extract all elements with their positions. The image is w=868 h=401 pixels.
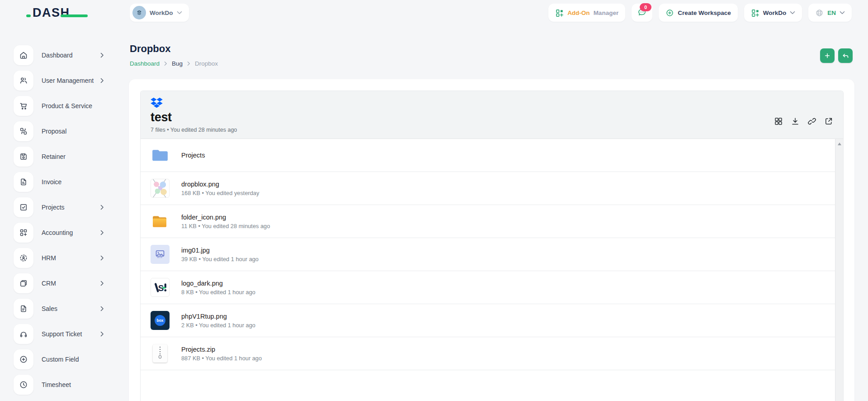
grid-arrows-icon bbox=[14, 121, 33, 141]
grid-view-icon[interactable] bbox=[774, 117, 783, 126]
file-name: logo_dark.png bbox=[181, 280, 255, 287]
sidebar-item-projects[interactable]: Projects bbox=[14, 197, 104, 217]
sidebar-item-label: Support Ticket bbox=[42, 330, 82, 338]
layers-icon bbox=[136, 9, 143, 16]
file-meta: 8 KB • You edited 1 hour ago bbox=[181, 289, 255, 296]
sidebar-item-label: Retainer bbox=[42, 153, 66, 160]
logo-accent-bar bbox=[61, 14, 88, 17]
chevron-down-icon bbox=[840, 11, 845, 14]
file-text: folder_icon.png 11 KB • You edited 28 mi… bbox=[181, 214, 270, 229]
file-text-icon bbox=[14, 172, 33, 192]
workspace-menu-button[interactable]: WorkDo bbox=[744, 4, 802, 22]
grid-plus-icon bbox=[555, 9, 564, 17]
save-icon bbox=[14, 147, 33, 167]
box-logo-thumbnail: box bbox=[151, 311, 170, 330]
scrollbar[interactable] bbox=[835, 139, 843, 401]
sidebar-item-label: Product & Service bbox=[42, 102, 92, 110]
sidebar-item-label: Invoice bbox=[42, 178, 61, 186]
person-target-icon bbox=[14, 248, 33, 268]
file-row-dropblox[interactable]: dropblox.png 168 KB • You edited yesterd… bbox=[141, 172, 835, 205]
shared-folder-meta: 7 files • You edited 28 minutes ago bbox=[151, 127, 832, 133]
return-arrow-icon bbox=[842, 52, 849, 60]
file-row-folder-icon-png[interactable]: folder_icon.png 11 KB • You edited 28 mi… bbox=[141, 205, 835, 238]
sidebar-item-label: Sales bbox=[42, 305, 57, 312]
sidebar-item-product-service[interactable]: Product & Service bbox=[14, 96, 104, 116]
addon-label-primary: Add-On bbox=[567, 10, 590, 16]
breadcrumb-separator-icon bbox=[164, 61, 167, 66]
workspace-selector-label: WorkDo bbox=[150, 10, 173, 16]
language-selector[interactable]: EN bbox=[808, 4, 852, 22]
yellow-folder-thumbnail bbox=[151, 212, 170, 231]
breadcrumb-dashboard-link[interactable]: Dashboard bbox=[130, 60, 160, 67]
addon-manager-button[interactable]: Add-On Manager bbox=[548, 4, 625, 22]
grid-plus-icon bbox=[14, 223, 33, 243]
check-square-icon bbox=[14, 197, 33, 217]
back-button[interactable] bbox=[838, 48, 853, 63]
copy-link-icon[interactable] bbox=[807, 117, 816, 126]
sidebar-item-proposal[interactable]: Proposal bbox=[14, 121, 104, 141]
headphones-icon bbox=[14, 324, 33, 344]
chevron-right-icon bbox=[100, 53, 104, 58]
chevron-right-icon bbox=[100, 306, 104, 311]
create-workspace-button[interactable]: Create Workspace bbox=[659, 4, 738, 22]
file-meta: 2 KB • You edited 1 hour ago bbox=[181, 322, 255, 329]
sidebar-item-retainer[interactable]: Retainer bbox=[14, 147, 104, 167]
file-name: dropblox.png bbox=[181, 181, 259, 188]
sidebar-item-dashboard[interactable]: Dashboard bbox=[14, 45, 104, 65]
shared-folder-title: test bbox=[151, 111, 832, 124]
scroll-up-arrow-icon[interactable] bbox=[838, 143, 841, 145]
sidebar-item-accounting[interactable]: Accounting bbox=[14, 223, 104, 243]
breadcrumb-current: Dropbox bbox=[195, 60, 218, 67]
dropbox-embed: test 7 files • You edited 28 minutes ago bbox=[140, 91, 844, 401]
open-in-dropbox-icon[interactable] bbox=[824, 117, 833, 126]
sidebar-item-custom-field[interactable]: Custom Field bbox=[14, 349, 104, 369]
breadcrumb-bug-link[interactable]: Bug bbox=[172, 60, 183, 67]
home-icon bbox=[14, 45, 33, 65]
workspace-selector[interactable]: WorkDo bbox=[130, 4, 189, 22]
create-workspace-label: Create Workspace bbox=[678, 10, 731, 16]
chevron-right-icon bbox=[100, 230, 104, 235]
messages-button[interactable]: 0 bbox=[632, 4, 652, 22]
sidebar-item-user-management[interactable]: User Management bbox=[14, 71, 104, 91]
sidebar-item-timesheet[interactable]: Timesheet bbox=[14, 375, 104, 395]
main-content-panel: test 7 files • You edited 28 minutes ago bbox=[129, 79, 854, 401]
cart-icon bbox=[14, 96, 33, 116]
cards-icon bbox=[14, 273, 33, 293]
file-name: Projects.zip bbox=[181, 346, 262, 353]
embed-toolbar bbox=[774, 117, 833, 126]
users-icon bbox=[14, 71, 33, 91]
file-text: logo_dark.png 8 KB • You edited 1 hour a… bbox=[181, 280, 255, 296]
page-title: Dropbox bbox=[130, 43, 218, 55]
chevron-down-icon bbox=[177, 11, 182, 14]
logo-text: DASH bbox=[33, 6, 70, 20]
file-row-logo-dark[interactable]: S logo_dark.png 8 KB • You edited 1 hour… bbox=[141, 271, 835, 304]
sidebar-item-sales[interactable]: Sales bbox=[14, 299, 104, 319]
sidebar-item-crm[interactable]: CRM bbox=[14, 273, 104, 293]
brand-logo[interactable]: DASH bbox=[33, 6, 70, 20]
file-row-projects-zip[interactable]: Projects.zip 887 KB • You edited 1 hour … bbox=[141, 337, 835, 370]
plus-circle-icon bbox=[14, 349, 33, 369]
sidebar-item-hrm[interactable]: HRM bbox=[14, 248, 104, 268]
page-actions bbox=[820, 48, 853, 63]
file-row-img01[interactable]: img01.jpg 39 KB • You edited 1 hour ago bbox=[141, 238, 835, 271]
file-name: phpV1Rtup.png bbox=[181, 313, 255, 320]
sidebar-item-invoice[interactable]: Invoice bbox=[14, 172, 104, 192]
sidebar-item-support-ticket[interactable]: Support Ticket bbox=[14, 324, 104, 344]
file-row-projects-folder[interactable]: Projects bbox=[141, 139, 835, 172]
download-icon[interactable] bbox=[791, 117, 800, 126]
file-name: folder_icon.png bbox=[181, 214, 270, 221]
breadcrumb: Dashboard Bug Dropbox bbox=[130, 60, 218, 67]
add-button[interactable] bbox=[820, 48, 835, 63]
file-meta: 39 KB • You edited 1 hour ago bbox=[181, 256, 259, 263]
sidebar-item-label: Custom Field bbox=[42, 356, 79, 363]
chevron-right-icon bbox=[100, 205, 104, 210]
logo-accent-dot bbox=[26, 14, 31, 17]
file-text: Projects.zip 887 KB • You edited 1 hour … bbox=[181, 346, 262, 362]
chevron-right-icon bbox=[100, 78, 104, 83]
sidebar-item-label: Timesheet bbox=[42, 381, 71, 388]
generic-image-thumbnail bbox=[151, 245, 170, 264]
sidebar-item-label: Proposal bbox=[42, 128, 66, 135]
sidebar: Dashboard User Management Product & Serv… bbox=[0, 25, 129, 401]
file-meta: 887 KB • You edited 1 hour ago bbox=[181, 355, 262, 362]
file-row-phpv1rtup[interactable]: box phpV1Rtup.png 2 KB • You edited 1 ho… bbox=[141, 304, 835, 337]
